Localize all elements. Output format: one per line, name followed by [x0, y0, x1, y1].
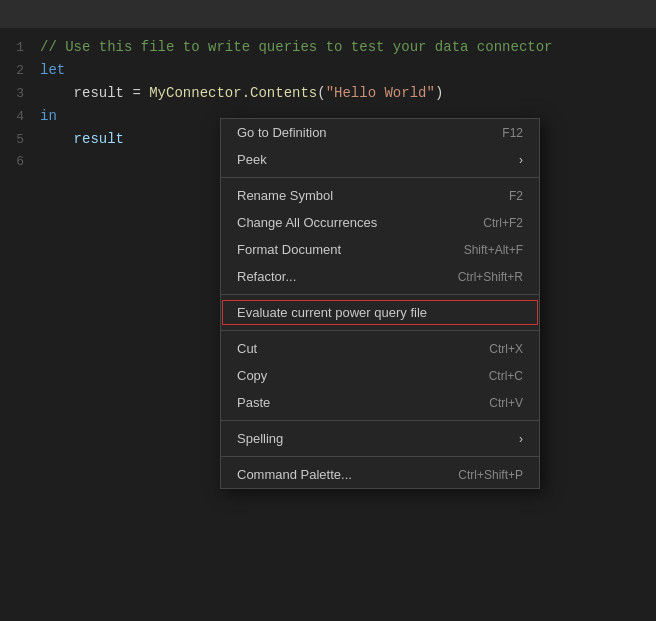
menu-item-label: Peek — [237, 152, 267, 167]
menu-item-label: Paste — [237, 395, 270, 410]
menu-item-label: Evaluate current power query file — [237, 305, 427, 320]
menu-item-shortcut: Ctrl+V — [489, 396, 523, 410]
line-content: result — [40, 128, 124, 150]
menu-separator — [221, 330, 539, 331]
menu-item-shortcut: Ctrl+Shift+P — [458, 468, 523, 482]
menu-item-shortcut: Ctrl+C — [489, 369, 523, 383]
line-number: 1 — [0, 37, 40, 59]
menu-item-label: Spelling — [237, 431, 283, 446]
menu-item-command-palette[interactable]: Command Palette...Ctrl+Shift+P — [221, 461, 539, 488]
title-bar — [0, 0, 656, 28]
menu-item-label: Rename Symbol — [237, 188, 333, 203]
menu-item-change-all-occurrences[interactable]: Change All OccurrencesCtrl+F2 — [221, 209, 539, 236]
submenu-arrow-icon: › — [519, 432, 523, 446]
menu-item-goto-definition[interactable]: Go to DefinitionF12 — [221, 119, 539, 146]
submenu-arrow-icon: › — [519, 153, 523, 167]
line-number: 5 — [0, 129, 40, 151]
menu-item-label: Go to Definition — [237, 125, 327, 140]
menu-item-format-document[interactable]: Format DocumentShift+Alt+F — [221, 236, 539, 263]
menu-separator — [221, 456, 539, 457]
menu-item-refactor[interactable]: Refactor...Ctrl+Shift+R — [221, 263, 539, 290]
menu-item-shortcut: Ctrl+Shift+R — [458, 270, 523, 284]
menu-item-rename-symbol[interactable]: Rename SymbolF2 — [221, 182, 539, 209]
menu-item-label: Change All Occurrences — [237, 215, 377, 230]
menu-item-evaluate-power-query[interactable]: Evaluate current power query file — [221, 299, 539, 326]
menu-item-peek[interactable]: Peek› — [221, 146, 539, 173]
line-number: 2 — [0, 60, 40, 82]
menu-item-shortcut: F2 — [509, 189, 523, 203]
menu-item-shortcut: Shift+Alt+F — [464, 243, 523, 257]
editor-line: 2let — [0, 59, 656, 82]
line-number: 3 — [0, 83, 40, 105]
line-number: 6 — [0, 151, 40, 173]
menu-item-label: Copy — [237, 368, 267, 383]
line-content: // Use this file to write queries to tes… — [40, 36, 552, 58]
editor-line: 3 result = MyConnector.Contents("Hello W… — [0, 82, 656, 105]
menu-separator — [221, 420, 539, 421]
line-number: 4 — [0, 106, 40, 128]
menu-item-spelling[interactable]: Spelling› — [221, 425, 539, 452]
editor-line: 1// Use this file to write queries to te… — [0, 36, 656, 59]
menu-item-label: Refactor... — [237, 269, 296, 284]
menu-item-shortcut: Ctrl+X — [489, 342, 523, 356]
menu-item-label: Format Document — [237, 242, 341, 257]
line-content: result = MyConnector.Contents("Hello Wor… — [40, 82, 443, 104]
context-menu: Go to DefinitionF12Peek›Rename SymbolF2C… — [220, 118, 540, 489]
menu-item-paste[interactable]: PasteCtrl+V — [221, 389, 539, 416]
menu-item-shortcut: Ctrl+F2 — [483, 216, 523, 230]
line-content: let — [40, 59, 65, 81]
menu-separator — [221, 294, 539, 295]
line-content: in — [40, 105, 57, 127]
menu-item-shortcut: F12 — [502, 126, 523, 140]
menu-item-label: Command Palette... — [237, 467, 352, 482]
menu-item-cut[interactable]: CutCtrl+X — [221, 335, 539, 362]
menu-item-copy[interactable]: CopyCtrl+C — [221, 362, 539, 389]
menu-separator — [221, 177, 539, 178]
menu-item-label: Cut — [237, 341, 257, 356]
